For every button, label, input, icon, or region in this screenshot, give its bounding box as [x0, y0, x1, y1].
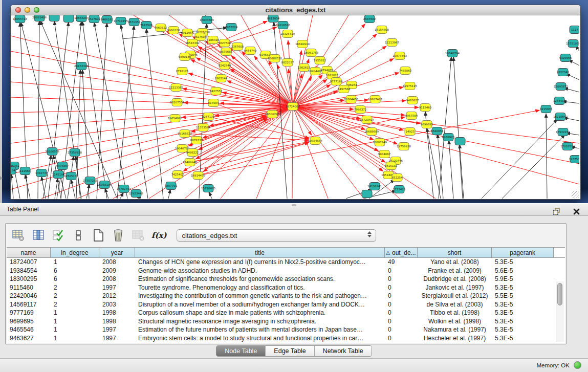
column-header-out_de[interactable]: △out_de... [385, 248, 418, 257]
table-row[interactable]: 911546021997Tourette syndrome. Phenomeno… [7, 283, 565, 292]
cell-short: Tibbo et al. (1998) [418, 309, 492, 317]
cell-pagerank: 5.3E-5 [492, 325, 554, 334]
table-select-dropdown[interactable]: citations_edges.txt [177, 229, 376, 242]
table-row[interactable]: 946362711997Embryonic stem cells: a mode… [7, 334, 565, 343]
graph-edge[interactable] [293, 106, 328, 199]
graph-node-label: 18724007 [286, 105, 300, 108]
delete-column-icon[interactable] [132, 229, 145, 242]
row-height-icon[interactable] [72, 229, 85, 242]
graph-edge[interactable] [546, 114, 547, 199]
status-bar: Memory: OK [0, 358, 588, 372]
table-header-row: namein_degreeyeartitle△out_de...shortpag… [7, 247, 565, 258]
graph-edge[interactable] [113, 106, 293, 199]
graph-edge[interactable] [11, 174, 13, 199]
table-row[interactable]: 1872400712008Changes of HCN gene express… [7, 258, 565, 267]
graph-edge[interactable] [482, 119, 557, 199]
graph-edge[interactable] [453, 57, 463, 199]
graph-edge[interactable] [82, 21, 107, 199]
graph-node-label: 9777169 [330, 80, 343, 83]
graph-node-label: 1733426 [393, 188, 406, 191]
column-header-in_degree[interactable]: in_degree [51, 248, 99, 257]
graph-edge[interactable] [293, 106, 364, 199]
cell-title: Tourette syndrome. Phenomenology and cla… [135, 283, 385, 292]
table-row[interactable]: 1456911722003Disruption of a novel membe… [7, 300, 565, 309]
cell-name: 18300295 [7, 275, 51, 283]
cell-short: Yano et al. (2008) [418, 258, 492, 267]
graph-edge[interactable] [209, 192, 212, 199]
graph-node[interactable] [362, 190, 372, 198]
column-header-name[interactable]: name [7, 248, 51, 257]
panel-collapse-arrow[interactable] [0, 176, 3, 180]
table-row[interactable]: 977716911998Corpus callosum shape and si… [7, 309, 565, 317]
graph-edge[interactable] [117, 26, 134, 199]
graph-edge[interactable] [293, 100, 344, 106]
graph-node-label: 10973493 [393, 54, 407, 57]
graph-edge[interactable] [121, 25, 148, 199]
graph-edge[interactable] [230, 69, 293, 106]
show-column-icon[interactable] [32, 229, 45, 242]
column-header-title[interactable]: title [135, 248, 385, 257]
tab-node-table[interactable]: Node Table [216, 346, 266, 356]
tab-edge-table[interactable]: Edge Table [266, 346, 314, 356]
table-row[interactable]: 969969511998Structural magnetic resonanc… [7, 317, 565, 326]
cell-out: 0 [385, 309, 418, 317]
close-icon[interactable] [570, 205, 583, 218]
graph-edge[interactable] [292, 106, 293, 199]
graph-edge[interactable] [293, 106, 579, 184]
graph-node-label: 6497568 [338, 87, 351, 91]
column-header-year[interactable]: year [99, 248, 135, 257]
graph-node-label: 9671358 [128, 20, 141, 24]
network-canvas[interactable]: 1872400776638229960128891295418226058982… [11, 15, 579, 199]
new-table-icon[interactable] [92, 229, 105, 242]
select-rows-icon[interactable] [52, 229, 65, 242]
graph-edge[interactable] [120, 192, 123, 199]
tab-network-table[interactable]: Network Table [315, 346, 372, 356]
cell-year: 2008 [99, 258, 135, 267]
graph-node-label: 9857791 [165, 184, 178, 187]
splitter-grip[interactable] [292, 204, 296, 206]
graph-node[interactable] [49, 15, 59, 21]
network-graph[interactable]: 1872400776638229960128891295418226058982… [11, 15, 579, 199]
cell-year: 1997 [99, 334, 135, 343]
graph-edge[interactable] [449, 140, 453, 199]
window-resize-grip[interactable] [572, 191, 579, 198]
cell-in_degree: 2 [51, 292, 99, 300]
graph-edge[interactable] [564, 88, 579, 92]
graph-edge[interactable] [427, 128, 441, 199]
table-body: 1872400712008Changes of HCN gene express… [7, 258, 565, 342]
table-row[interactable]: 946554611997Estimation of the future num… [7, 325, 565, 334]
memory-ok-icon[interactable] [574, 361, 581, 369]
table-options-icon[interactable] [12, 229, 25, 242]
graph-node-label: 19166822 [178, 132, 192, 135]
graph-edge[interactable] [438, 134, 443, 199]
delete-table-icon[interactable] [112, 229, 125, 242]
cell-pagerank: 5.3E-5 [492, 317, 554, 326]
table-scrollbar[interactable] [556, 281, 564, 342]
graph-node-label: 7857224 [225, 26, 238, 29]
graph-node-label: 8938923 [442, 136, 455, 139]
graph-edge[interactable] [168, 189, 170, 199]
graph-node-label: 9957584 [405, 114, 418, 117]
column-header-pagerank[interactable]: pagerank [492, 248, 554, 257]
function-builder-icon[interactable]: f(x) [151, 231, 167, 240]
cell-in_degree: 1 [51, 325, 99, 334]
graph-edge[interactable] [11, 67, 293, 106]
table-row[interactable]: 1938455462009Genome-wide association stu… [7, 267, 565, 275]
column-header-short[interactable]: short [418, 248, 492, 257]
graph-edge[interactable] [11, 82, 293, 106]
window-titlebar[interactable]: citations_edges.txt [11, 5, 580, 15]
table-row[interactable]: 1830029562008Estimation of significance … [7, 275, 565, 283]
float-window-icon[interactable] [550, 205, 563, 218]
graph-node-label: 9884067 [378, 152, 391, 156]
graph-node-label: 9875685 [220, 50, 233, 53]
cell-short: de Silva et al. (2003) [418, 300, 492, 309]
graph-edge[interactable] [146, 29, 163, 199]
graph-node[interactable] [455, 138, 465, 145]
application: citations_edges.txt 1872400776 [0, 0, 588, 372]
graph-node-label: 12093872 [554, 85, 568, 88]
graph-edge[interactable] [71, 180, 75, 199]
graph-node[interactable] [63, 15, 74, 23]
scrollbar-thumb[interactable] [557, 283, 562, 305]
table-row[interactable]: 2242004622012Investigating the contribut… [7, 292, 565, 300]
cell-out: 49 [385, 258, 418, 267]
